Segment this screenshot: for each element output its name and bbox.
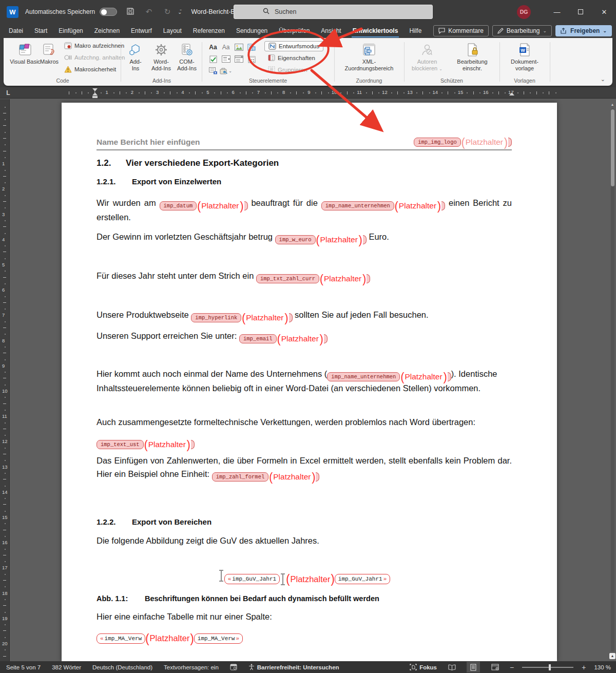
- text-predictions-icon[interactable]: [230, 664, 237, 670]
- combobox-control-icon[interactable]: [220, 53, 232, 65]
- scrollbar-thumb[interactable]: [611, 109, 614, 186]
- tab-ueberpruefen[interactable]: Überprüfen: [273, 25, 315, 37]
- indent-marker[interactable]: [92, 88, 98, 98]
- scroll-page-button[interactable]: ▲: [609, 653, 615, 659]
- tab-hilfe[interactable]: Hilfe: [403, 25, 427, 37]
- addins-button[interactable]: Add-Ins: [124, 41, 147, 71]
- autosave-toggle[interactable]: [100, 8, 117, 16]
- close-button[interactable]: ✕: [592, 0, 616, 24]
- visual-basic-button[interactable]: Visual Basic: [10, 41, 41, 65]
- content-control-imp-w-euro[interactable]: imp_w_euro(Platzhalter): [275, 235, 367, 244]
- web-layout-button[interactable]: [488, 662, 502, 672]
- restrict-editing-button[interactable]: Bearbeitungeinschr.: [450, 41, 494, 71]
- tab-referenzen[interactable]: Referenzen: [187, 25, 230, 37]
- zoom-out-button[interactable]: −: [510, 663, 514, 671]
- record-macro-button[interactable]: Makro aufzeichnen: [64, 42, 124, 49]
- makros-button[interactable]: Makros: [37, 41, 61, 65]
- document-page[interactable]: Name Bericht hier einfügen imp_img_logo …: [62, 103, 557, 661]
- group-icon: [268, 66, 275, 73]
- content-control-imp-name-unternehmen[interactable]: imp_name_unternehmen(Platzhalter): [321, 201, 445, 210]
- content-control-tag[interactable]: imp_img_logo: [414, 138, 461, 147]
- kommentare-button[interactable]: Kommentare: [433, 25, 489, 36]
- bearbeitung-button[interactable]: Bearbeitung⌄: [492, 25, 552, 36]
- bookmark-start-tag[interactable]: «imp_GuV_Jahr1: [224, 574, 280, 584]
- zoom-slider[interactable]: [522, 667, 573, 668]
- vertical-ruler[interactable]: 1234567891011121314151617181920: [0, 99, 10, 661]
- content-control-imp-text-ust[interactable]: imp_text_ust(Platzhalter): [97, 440, 195, 449]
- bookmark-end-tag[interactable]: imp_MA_Verw»: [194, 633, 243, 644]
- accessibility-check[interactable]: Barrierefreiheit: Untersuchen: [248, 664, 339, 670]
- save-icon[interactable]: [125, 7, 136, 17]
- bookmark-start-tag[interactable]: «imp_MA_Verw: [97, 633, 145, 644]
- content-control-imp-img-logo[interactable]: imp_img_logo ( Platzhalter ): [414, 138, 512, 147]
- checkbox-control-icon[interactable]: [207, 53, 219, 65]
- document-template-icon: W: [507, 41, 543, 56]
- content-control-imp-txt-zahl-curr[interactable]: imp_txt_zahl_curr(Platzhalter): [256, 274, 370, 283]
- redo-icon[interactable]: ↻: [162, 7, 172, 16]
- print-layout-button[interactable]: [467, 662, 480, 672]
- dropdown-control-icon[interactable]: [233, 53, 245, 65]
- datepicker-control-icon[interactable]: [245, 53, 258, 65]
- bookmark-imp-ma-verw[interactable]: «imp_MA_Verw(Platzhalter)imp_MA_Verw»: [97, 633, 243, 644]
- quick-access-chevron-icon[interactable]: ⌄̄: [178, 9, 182, 15]
- content-control-imp-datum[interactable]: imp_datum(Platzhalter): [160, 201, 248, 210]
- bookmark-end-tag[interactable]: imp_GuV_Jahr1»: [335, 574, 390, 584]
- freigeben-button[interactable]: Freigeben⌄: [555, 25, 612, 36]
- tab-sendungen[interactable]: Sendungen: [230, 25, 273, 37]
- document-template-button[interactable]: W Dokument-vorlage: [507, 41, 543, 71]
- page-indicator[interactable]: Seite 5 von 7: [6, 664, 41, 670]
- language-indicator[interactable]: Deutsch (Deutschland): [92, 664, 152, 670]
- tab-layout[interactable]: Layout: [158, 25, 187, 37]
- tab-datei[interactable]: Datei: [3, 25, 29, 37]
- read-mode-button[interactable]: [445, 662, 458, 672]
- vertical-scrollbar[interactable]: ▲ ▲: [609, 101, 615, 660]
- building-block-control-icon[interactable]: [245, 42, 258, 53]
- tab-entwurf[interactable]: Entwurf: [125, 25, 158, 37]
- record-macro-icon: [64, 42, 72, 49]
- undo-icon[interactable]: ↶: [144, 7, 154, 16]
- zoom-in-button[interactable]: +: [582, 663, 586, 671]
- word-count[interactable]: 382 Wörter: [52, 664, 81, 670]
- content-control-imp-email[interactable]: imp_email(Platzhalter): [239, 334, 328, 343]
- design-mode-icon: [268, 43, 276, 50]
- tab-einfuegen[interactable]: Einfügen: [53, 25, 88, 37]
- zoom-slider-thumb[interactable]: [549, 664, 551, 670]
- group-button[interactable]: Gruppieren ⌄: [268, 66, 313, 73]
- plaintext-control-icon[interactable]: Aa: [220, 42, 232, 53]
- word-addins-button[interactable]: Word-Add-Ins: [148, 41, 174, 71]
- avatar[interactable]: DG: [517, 5, 531, 19]
- horizontal-ruler[interactable]: L 1234567891011121314151617: [0, 87, 616, 99]
- bookmark-row-ma-verw: «imp_MA_Verw(Platzhalter)imp_MA_Verw»: [97, 631, 512, 644]
- com-addins-button[interactable]: COM-Add-Ins: [174, 41, 200, 71]
- focus-button[interactable]: Fokus: [410, 664, 437, 670]
- design-mode-button[interactable]: Entwurfsmodus: [264, 41, 323, 51]
- ibeam-cursor-mark: [219, 570, 223, 582]
- content-control-imp-hyperlink[interactable]: imp_hyperlink(Platzhalter): [191, 313, 292, 322]
- picture-control-icon[interactable]: [233, 42, 245, 53]
- pause-recording-icon: [64, 54, 72, 61]
- content-control-imp-zahl-formel[interactable]: imp_zahl_formel(Platzhalter): [212, 472, 320, 482]
- tab-entwicklertools[interactable]: Entwicklertools: [347, 25, 404, 37]
- share-icon: [561, 28, 567, 34]
- repeating-section-control-icon[interactable]: [207, 65, 219, 76]
- tab-ansicht[interactable]: Ansicht: [315, 25, 346, 37]
- bookmark-imp-guv-jahr1[interactable]: «imp_GuV_Jahr1(Platzhalter)imp_GuV_Jahr1…: [224, 573, 391, 585]
- content-control-imp-name-unternehmen-2[interactable]: imp_name_unternehmen(Platzhalter): [327, 372, 451, 381]
- text-predictions[interactable]: Textvorhersagen: ein: [164, 664, 219, 670]
- tab-zeichnen[interactable]: Zeichnen: [89, 25, 125, 37]
- block-authors-button[interactable]: Autorenblockieren ⌄: [408, 41, 446, 72]
- minimize-button[interactable]: —: [545, 0, 569, 24]
- richtext-control-icon[interactable]: Aa: [207, 42, 219, 53]
- search-input[interactable]: Suchen: [234, 5, 433, 19]
- tab-start[interactable]: Start: [29, 25, 53, 37]
- properties-button[interactable]: Eigenschaften: [268, 54, 315, 61]
- legacy-tools-icon[interactable]: ⌄: [220, 65, 232, 76]
- scroll-up-icon[interactable]: ▲: [609, 102, 615, 108]
- tab-stop-selector[interactable]: L: [4, 89, 13, 97]
- zoom-level[interactable]: 130 %: [594, 664, 611, 670]
- xml-mapping-button[interactable]: XML-Zuordnungsbereich: [338, 41, 400, 71]
- maximize-button[interactable]: [569, 0, 592, 24]
- macro-security-button[interactable]: Makrosicherheit: [64, 66, 116, 73]
- pause-recording-button[interactable]: Aufzchng. anhalten: [64, 54, 125, 61]
- ribbon-collapse-chevron[interactable]: ⌄: [601, 76, 605, 83]
